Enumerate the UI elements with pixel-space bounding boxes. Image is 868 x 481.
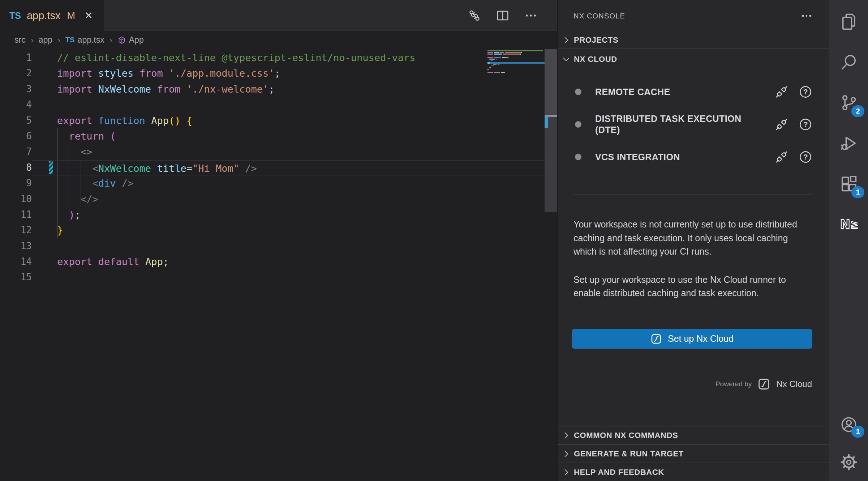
activity-bar-item-nx-console[interactable]: N≥ xyxy=(829,204,868,244)
section-nx-cloud[interactable]: NX CLOUD xyxy=(558,49,829,69)
line-number: 15 xyxy=(0,269,32,285)
nx-cloud-logo-icon xyxy=(757,378,770,391)
connect-button-connect-icon[interactable] xyxy=(774,150,789,164)
line-number: 11 xyxy=(0,207,32,222)
code-line[interactable]: 2import styles from './app.module.css'; xyxy=(0,65,557,81)
code-line[interactable]: 14export default App; xyxy=(0,254,557,269)
chevron-right-icon xyxy=(561,449,571,459)
code-line[interactable]: 8 <NxWelcome title="Hi Mom" /> xyxy=(0,160,557,175)
nx-cloud-description: Your workspace is not currently set up t… xyxy=(558,195,829,300)
powered-by-name: Nx Cloud xyxy=(776,379,812,389)
help-button-help-icon[interactable]: ? xyxy=(798,85,813,99)
code-line[interactable]: 15 xyxy=(0,269,557,285)
code-line[interactable]: 10 </> xyxy=(0,191,557,207)
section-help-and-feedback[interactable]: HELP AND FEEDBACK xyxy=(558,463,829,481)
code-line[interactable]: 9 <div /> xyxy=(0,175,557,191)
tab-title: app.tsx xyxy=(27,10,61,22)
activity-bar-item-source-control[interactable]: 2 xyxy=(829,82,868,123)
panel-header: NX CONSOLE xyxy=(558,0,829,32)
scrollbar-column xyxy=(545,49,557,212)
line-number: 5 xyxy=(0,113,32,128)
help-button-help-icon[interactable]: ? xyxy=(798,117,813,132)
connect-button-connect-icon[interactable] xyxy=(774,117,789,132)
activity-bar-item-settings[interactable] xyxy=(829,443,868,481)
code-line[interactable]: 5export function App() { xyxy=(0,113,557,128)
search-icon xyxy=(839,53,858,72)
description-paragraph: Set up your workspace to use the Nx Clou… xyxy=(573,273,813,300)
nx-cloud-item-distributed-task-execution-dte-: DISTRIBUTED TASK EXECUTION (DTE)? xyxy=(558,106,829,142)
scrollbar-thumb[interactable] xyxy=(545,49,557,115)
code-line[interactable]: 12} xyxy=(0,222,557,238)
code-line[interactable]: 11 ); xyxy=(0,207,557,222)
nx-cloud-item-label: DISTRIBUTED TASK EXECUTION (DTE) xyxy=(595,113,754,136)
section-label: HELP AND FEEDBACK xyxy=(574,468,664,477)
activity-bar-item-run-debug[interactable] xyxy=(829,123,868,163)
activity-bar-item-search[interactable] xyxy=(829,42,868,82)
tab-app-tsx[interactable]: TS app.tsx M ✕ xyxy=(0,0,104,31)
section-label: PROJECTS xyxy=(574,35,618,45)
minimap-current-line xyxy=(487,62,545,64)
badge: 2 xyxy=(851,105,864,117)
breadcrumb-separator: › xyxy=(30,35,34,45)
svg-text:?: ? xyxy=(803,120,808,128)
scrollbar-track xyxy=(545,117,557,212)
svg-text:?: ? xyxy=(803,153,808,161)
collapsed-sections: COMMON NX COMMANDSGENERATE & RUN TARGETH… xyxy=(558,426,829,481)
close-tab-icon[interactable]: ✕ xyxy=(85,10,93,21)
code-line[interactable]: 3import NxWelcome from './nx-welcome'; xyxy=(0,81,557,97)
split-editor-icon[interactable] xyxy=(496,9,510,22)
minimap[interactable] xyxy=(487,50,545,76)
typescript-file-icon: TS xyxy=(65,36,75,44)
code-line[interactable]: 4 xyxy=(0,97,557,112)
badge: 1 xyxy=(851,186,864,198)
code-line[interactable]: 1// eslint-disable-next-line @typescript… xyxy=(0,50,557,65)
panel-more-actions-icon[interactable] xyxy=(800,10,813,22)
code-editor[interactable]: 1// eslint-disable-next-line @typescript… xyxy=(0,49,557,481)
code-line[interactable]: 6 return ( xyxy=(0,128,557,144)
line-number: 3 xyxy=(0,81,32,97)
connect-button-connect-icon[interactable] xyxy=(774,85,789,99)
activity-bar-item-extensions[interactable]: 1 xyxy=(829,163,868,204)
modified-badge: M xyxy=(67,10,75,21)
activity-bar-item-accounts[interactable]: 1 xyxy=(829,406,868,443)
nx-console-panel: NX CONSOLE PROJECTS NX CLOUD REMOTE CACH… xyxy=(557,0,829,481)
nx-cloud-items: REMOTE CACHE?DISTRIBUTED TASK EXECUTION … xyxy=(558,69,829,171)
breadcrumb-label: app xyxy=(39,35,52,45)
help-button-help-icon[interactable]: ? xyxy=(798,150,813,164)
section-label: NX CLOUD xyxy=(574,55,617,64)
breadcrumb-item-app-tsx[interactable]: TSapp.tsx xyxy=(65,35,104,45)
breadcrumb-item-app[interactable]: App xyxy=(117,35,144,45)
code-line[interactable]: 7 <> xyxy=(0,144,557,159)
breadcrumb-item-app[interactable]: app xyxy=(39,35,52,45)
status-dot-icon xyxy=(575,121,581,128)
activity-bar-item-explorer[interactable] xyxy=(829,1,868,42)
setup-nx-cloud-button[interactable]: Set up Nx Cloud xyxy=(572,329,812,349)
line-number: 2 xyxy=(0,65,32,81)
nx-logo-icon: N≥ xyxy=(839,215,858,234)
status-dot-icon xyxy=(575,89,581,95)
breadcrumb-item-src[interactable]: src xyxy=(14,35,26,45)
breadcrumb-separator: › xyxy=(57,35,61,45)
run-debug-icon xyxy=(839,134,858,153)
code-line[interactable]: 13 xyxy=(0,238,557,254)
breadcrumb-label: App xyxy=(129,35,144,45)
breadcrumb-label: app.tsx xyxy=(78,35,104,45)
section-projects[interactable]: PROJECTS xyxy=(558,32,829,48)
more-actions-icon[interactable] xyxy=(524,9,538,22)
line-number: 9 xyxy=(0,175,32,191)
section-generate-run-target[interactable]: GENERATE & RUN TARGET xyxy=(558,445,829,463)
typescript-file-icon: TS xyxy=(9,10,21,21)
tab-bar: TS app.tsx M ✕ xyxy=(0,0,557,31)
section-common-nx-commands[interactable]: COMMON NX COMMANDS xyxy=(558,426,829,444)
line-number: 6 xyxy=(0,128,32,144)
chevron-right-icon xyxy=(561,35,571,45)
chevron-right-icon xyxy=(561,467,571,477)
line-number: 7 xyxy=(0,144,32,159)
setup-button-label: Set up Nx Cloud xyxy=(668,333,734,344)
panel-title: NX CONSOLE xyxy=(573,12,625,20)
editor-group: TS app.tsx M ✕ src›app›TSapp.tsx›App 1//… xyxy=(0,0,557,481)
powered-by-row: Powered by Nx Cloud xyxy=(558,378,829,391)
open-changes-icon[interactable] xyxy=(468,9,481,22)
vscode-window: TS app.tsx M ✕ src›app›TSapp.tsx›App 1//… xyxy=(0,0,868,481)
activity-bar: 21N≥1 xyxy=(829,0,868,481)
